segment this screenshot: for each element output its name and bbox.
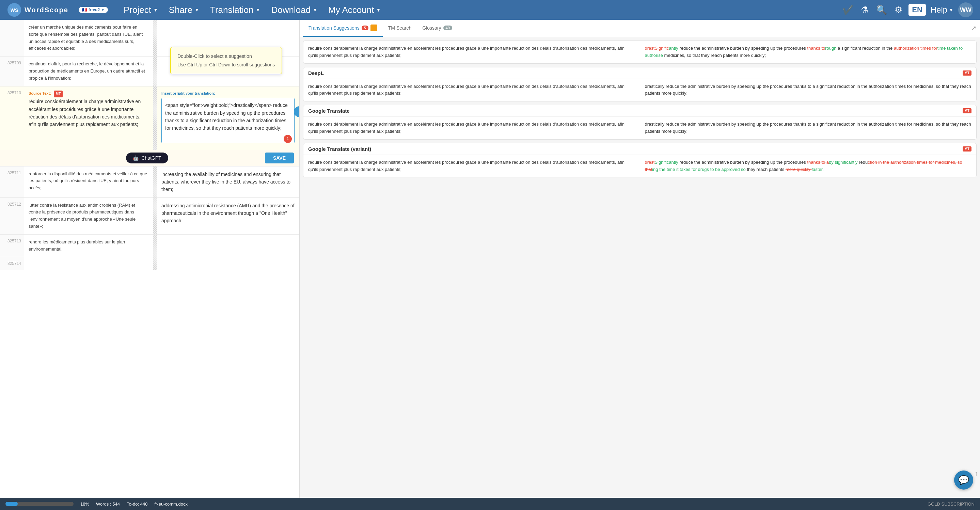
- diff-rough: rough: [825, 46, 836, 51]
- segment-source-text: renforcer la disponibilité des médicamen…: [24, 167, 153, 197]
- tooltip-box: Double-Click to select a suggestion Use …: [170, 47, 282, 74]
- google-variant-card-header: Google Translate (variant) MT: [304, 143, 976, 154]
- segment-id: [0, 20, 24, 56]
- color-picker-button[interactable]: [371, 24, 377, 31]
- editor-wrapper: <span style="font-weight:bold;">drastica…: [161, 98, 294, 145]
- gt-diff-ing-the-time: ing the time it takes for drugs to be ap…: [652, 167, 746, 172]
- google-variant-provider-label: Google Translate (variant): [308, 146, 371, 152]
- segment-id: 825713: [0, 235, 24, 257]
- diff-drast: drast: [645, 46, 655, 51]
- diff-thanks-to: thanks to: [807, 46, 825, 51]
- segment-stripe: [153, 20, 157, 56]
- flag-icon: 🇫🇷: [82, 8, 87, 12]
- google-variant-source-text: réduire considérablement la charge admin…: [304, 155, 640, 177]
- deepl-provider-label: DeepL: [308, 70, 324, 76]
- nav-project[interactable]: Project ▼: [118, 5, 164, 15]
- lang-chevron-icon: ▼: [101, 8, 105, 12]
- logo-text: WordScope: [24, 6, 68, 14]
- svg-text:WS: WS: [11, 8, 18, 13]
- tab-glossary[interactable]: Glossary 49: [417, 21, 457, 36]
- gt-diff-significantly: Significantly: [654, 160, 678, 165]
- google-source-text: réduire considérablement la charge admin…: [304, 117, 640, 139]
- check-circle-icon[interactable]: ✔️: [841, 3, 855, 17]
- lang-label: fr-eu2: [89, 8, 100, 12]
- lang-badge[interactable]: 🇫🇷 fr-eu2 ▼: [79, 7, 108, 13]
- filename-label: fr-eu-comm.docx: [154, 502, 188, 507]
- google-suggestion-card: Google Translate MT réduire considérable…: [303, 105, 977, 140]
- source-header: Source Text: MT: [29, 91, 148, 98]
- segment-source-text: [24, 257, 153, 270]
- nav-share[interactable]: Share ▼: [164, 5, 205, 15]
- segment-id: 825709: [0, 57, 24, 86]
- search-icon[interactable]: 🔍: [875, 3, 888, 17]
- words-label: Words : 544: [96, 502, 120, 507]
- segment-row: 825712 lutter contre la résistance aux a…: [0, 198, 299, 235]
- google-mt-badge: MT: [963, 108, 972, 113]
- segment-stripe: [153, 235, 157, 257]
- segment-target-text: increasing the availability of medicines…: [157, 167, 299, 197]
- tooltip-line2: Use Ctrl-Up or Ctrl-Down to scroll sugge…: [177, 60, 275, 69]
- diff-significantly: Signific: [654, 46, 669, 51]
- suggestions-count-badge: 5: [362, 25, 368, 30]
- segment-stripe: [153, 86, 157, 150]
- segment-target-text: [157, 257, 299, 270]
- google-suggestion-body[interactable]: réduire considérablement la charge admin…: [304, 116, 976, 139]
- segment-target-text: addressing antimicrobial resistance (AMR…: [157, 198, 299, 234]
- google-variant-target-text: drastSignificantly reduce the administra…: [640, 155, 977, 177]
- active-segment-row: 825710 Source Text: MT réduire considéra…: [0, 86, 299, 167]
- translation-editor-panel: créer un marché unique des médicaments p…: [0, 20, 300, 498]
- google-variant-suggestion-card: Google Translate (variant) MT réduire co…: [303, 143, 977, 178]
- nav-download[interactable]: Download ▼: [266, 5, 323, 15]
- google-variant-suggestion-body[interactable]: réduire considérablement la charge admin…: [304, 154, 976, 177]
- nav-my-account[interactable]: My Account ▼: [323, 5, 386, 15]
- progress-percent-label: 18%: [80, 502, 89, 507]
- bottom-status-bar: 18% Words : 544 To-do: 448 fr-eu-comm.do…: [0, 498, 980, 510]
- tab-translation-suggestions[interactable]: Translation Suggestions 5: [303, 20, 383, 37]
- segment-row: 825711 renforcer la disponibilité des mé…: [0, 167, 299, 198]
- google-variant-mt-badge: MT: [963, 146, 972, 151]
- gt-diff-drast: drast: [645, 160, 655, 165]
- scroll-up-icon[interactable]: ↑: [975, 469, 978, 477]
- translation-textarea[interactable]: <span style="font-weight:bold;">drastica…: [161, 98, 294, 143]
- translation-prompt-label: Insert or Edit your translation:: [161, 91, 294, 97]
- tab-tm-search[interactable]: TM Search: [383, 21, 417, 36]
- todo-label: To-do: 448: [127, 502, 148, 507]
- settings-icon[interactable]: ⚙: [893, 3, 904, 17]
- logo-area[interactable]: WS WordScope: [7, 2, 68, 17]
- segment-source-text: rendre les médicaments plus durables sur…: [24, 235, 153, 257]
- header-right: ✔️ ⚗ 🔍 ⚙ EN Help ▼ WW: [841, 2, 973, 17]
- share-chevron-icon: ▼: [194, 7, 199, 13]
- deepl-suggestion-card: DeepL MT réduire considérablement la cha…: [303, 67, 977, 102]
- user-avatar[interactable]: WW: [958, 2, 973, 17]
- gt-diff-more-quickly: more quickly;: [786, 167, 812, 172]
- nav-translation[interactable]: Translation ▼: [205, 5, 266, 15]
- chat-bubble-button[interactable]: 💬: [954, 470, 973, 489]
- glossary-count-badge: 49: [443, 25, 452, 30]
- deepl-mt-badge: MT: [963, 70, 972, 76]
- google-card-header: Google Translate MT: [304, 105, 976, 116]
- language-switch-button[interactable]: EN: [908, 4, 926, 16]
- main-nav: Project ▼ Share ▼ Translation ▼ Download…: [118, 5, 386, 15]
- help-button[interactable]: Help ▼: [931, 5, 953, 14]
- segment-source-text: continuer d'offrir, pour la recherche, l…: [24, 57, 153, 86]
- next-segment-arrow[interactable]: ›: [294, 106, 300, 117]
- active-suggestion-target: drastSignificantly reduce the administra…: [640, 41, 977, 64]
- editor-footer: 🤖 ChatGPT SAVE: [0, 150, 299, 166]
- active-target-area: Insert or Edit your translation: <span s…: [157, 86, 299, 150]
- download-chevron-icon: ▼: [313, 7, 317, 13]
- tooltip-line1: Double-Click to select a suggestion: [177, 52, 275, 60]
- segment-stripe: [153, 198, 157, 234]
- deepl-suggestion-body[interactable]: réduire considérablement la charge admin…: [304, 79, 976, 102]
- segment-id: 825710: [0, 86, 24, 150]
- segment-row: 825714: [0, 257, 299, 270]
- main-header: WS WordScope 🇫🇷 fr-eu2 ▼ Project ▼ Share…: [0, 0, 980, 20]
- active-source-area: 825710 Source Text: MT réduire considéra…: [0, 86, 299, 150]
- diff-antly: antly: [669, 46, 678, 51]
- chatgpt-button[interactable]: 🤖 ChatGPT: [126, 153, 168, 164]
- segment-row: 825713 rendre les médicaments plus durab…: [0, 235, 299, 257]
- save-button[interactable]: SAVE: [265, 153, 294, 164]
- filter-icon[interactable]: ⚗: [859, 3, 870, 17]
- expand-panel-icon[interactable]: ⤢: [971, 24, 977, 32]
- google-provider-label: Google Translate: [308, 108, 350, 114]
- gt-diff-by: by significantly: [829, 160, 858, 165]
